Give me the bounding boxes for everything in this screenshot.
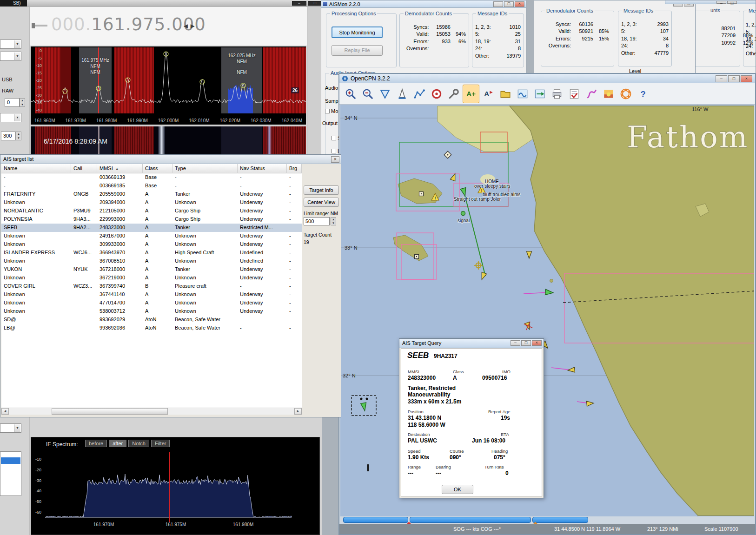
slider-handle-icon[interactable] [32, 23, 35, 28]
table-row[interactable]: Unknown367008510AUnknownUndefined- [1, 257, 302, 265]
tune-slider[interactable] [32, 25, 47, 26]
spinner-arrows-icon[interactable] [331, 217, 336, 225]
minimize-icon[interactable] [511, 340, 520, 346]
maximize-icon[interactable] [521, 340, 531, 346]
toolbox-icon[interactable] [445, 85, 462, 103]
selection-box[interactable] [351, 396, 376, 416]
spectrum-display[interactable]: 161.975 MHz NFM NFM 162.025 MHz NFM NFM … [31, 46, 306, 125]
column-header-call[interactable]: Call [71, 164, 97, 173]
route-manager-icon[interactable] [566, 85, 583, 103]
table-row[interactable]: -003669139Base--- [1, 173, 302, 182]
checkbox[interactable] [332, 149, 336, 153]
ais-target-icon[interactable] [479, 272, 486, 281]
zoom-in-icon[interactable] [342, 85, 359, 103]
ais-target-cross-icon[interactable] [474, 261, 483, 270]
maximize-icon[interactable] [504, 1, 514, 7]
table-row[interactable]: SEEB9HA2...248323000ATankerRestricted M.… [1, 224, 302, 232]
notch-button[interactable]: Notch [128, 440, 149, 447]
maximize-icon[interactable] [727, 1, 737, 4]
table-row[interactable]: Unknown477014700AUnknownUnderway- [1, 299, 302, 307]
waypoint-label[interactable]: signal [458, 218, 470, 223]
column-header-nav-status[interactable]: Nav Status [238, 164, 287, 173]
scroll-left-icon[interactable] [1, 408, 9, 415]
waterfall-display[interactable]: 6/17/2016 8:28:09 AM [31, 126, 306, 156]
table-row[interactable]: POLYNESIA9HA3...229993000ACargo ShipUnde… [1, 215, 302, 224]
bandwidth-combo[interactable] [0, 113, 21, 122]
ais-target-selected-icon[interactable] [460, 188, 468, 197]
preset-list[interactable] [0, 451, 21, 496]
table-row[interactable]: YUKONNYUK367218000ATankerUnderway- [1, 265, 302, 274]
ais-target-lost-icon[interactable] [524, 322, 532, 330]
close-icon[interactable] [331, 156, 339, 163]
table-row[interactable]: Unknown209394000AUnknownUnderway- [1, 198, 302, 207]
waypoint-dot-icon[interactable] [461, 211, 465, 216]
table-row[interactable]: SD@993692029AtoNBeacon, Safe Water-- [1, 316, 302, 324]
column-header-mmsi[interactable]: MMSI [97, 164, 143, 173]
replay-file-button[interactable]: Replay File [332, 45, 383, 56]
chart-piano-key[interactable] [343, 517, 408, 523]
aton-diamond-icon[interactable] [444, 151, 451, 159]
column-header-name[interactable]: Name [1, 164, 71, 173]
follow-ship-icon[interactable] [394, 85, 411, 103]
table-row[interactable]: ISLANDER EXPRESSWCJ6...366943970AHigh Sp… [1, 249, 302, 257]
table-row[interactable]: FRATERNITYONGB205559000ATankerUnderway- [1, 190, 302, 198]
table-row[interactable]: NORDATLANTICP3MU9212105000ACargo ShipUnd… [1, 207, 302, 215]
selected-list-item[interactable] [1, 457, 20, 464]
chart-folder-icon[interactable] [497, 85, 514, 103]
track-icon[interactable] [583, 85, 600, 103]
currents-icon[interactable] [531, 85, 548, 103]
spinner-arrows-icon[interactable] [20, 98, 25, 107]
table-row[interactable]: COVER GIRLWCZ3...367399740BPleasure craf… [1, 282, 302, 291]
bottom-combo[interactable] [0, 423, 21, 433]
minimize-icon[interactable] [716, 1, 726, 4]
ais-target-icon[interactable] [568, 367, 575, 373]
close-icon[interactable] [741, 75, 752, 82]
chart-piano-key[interactable] [532, 517, 588, 523]
device-combo[interactable] [0, 40, 21, 49]
color-scheme-icon[interactable] [600, 85, 617, 103]
table-row[interactable]: Unknown249167000AUnknownUnderway- [1, 232, 302, 240]
table-row[interactable]: Unknown367441140AUnknownUnderway- [1, 291, 302, 299]
tides-icon[interactable] [514, 85, 531, 103]
ais-target-icon[interactable] [587, 401, 594, 406]
ais-target-icon[interactable] [545, 289, 554, 295]
limit-range-input[interactable] [304, 217, 330, 225]
close-icon[interactable] [532, 340, 542, 346]
column-header-class[interactable]: Class [143, 164, 172, 173]
gain-stepper[interactable]: 0 [5, 98, 20, 107]
table-row[interactable]: Unknown367219000AUnknownUnderway- [1, 274, 302, 282]
checkbox[interactable] [332, 136, 336, 140]
mode-combo[interactable] [0, 52, 21, 61]
minimize-icon[interactable] [292, 1, 306, 6]
scale-down-icon[interactable] [377, 85, 393, 103]
aton-square-icon[interactable] [419, 192, 424, 196]
stop-monitoring-button[interactable]: Stop Monitoring [332, 26, 383, 38]
enc-text-icon[interactable]: A+ [463, 85, 479, 103]
table-row[interactable]: LB@993692036AtoNBeacon, Safe Water-- [1, 324, 302, 332]
checkbox[interactable] [325, 109, 330, 113]
column-header-brg[interactable]: Brg [287, 164, 302, 173]
scroll-right-icon[interactable] [294, 408, 302, 415]
table-row[interactable]: Unknown309933000AUnknownUnderway- [1, 240, 302, 249]
zoom-out-icon[interactable] [359, 85, 376, 103]
filter-button[interactable]: Filter [151, 440, 170, 447]
chart-piano-key[interactable] [410, 517, 531, 523]
ais-rollover-icon[interactable]: A [480, 85, 497, 103]
target-info-button[interactable]: Target info [304, 185, 339, 195]
after-button[interactable]: after [109, 440, 126, 447]
print-icon[interactable] [549, 85, 565, 103]
close-icon[interactable] [515, 1, 524, 7]
table-row[interactable]: Unknown538003712AUnknownUnderway- [1, 307, 302, 316]
aton-square-icon[interactable] [415, 255, 419, 259]
waypoint-label[interactable]: over sleepy stairs [474, 184, 511, 189]
minimize-icon[interactable] [493, 1, 503, 7]
center-view-button[interactable]: Center View [304, 198, 339, 207]
step-stepper[interactable]: 300 [1, 132, 16, 140]
table-row[interactable]: -003669185Base--- [1, 182, 302, 190]
route-create-icon[interactable] [411, 85, 428, 103]
maximize-icon[interactable] [308, 1, 322, 6]
column-header-type[interactable]: Type [172, 164, 238, 173]
minimize-icon[interactable] [716, 75, 727, 82]
about-icon[interactable]: ? [635, 85, 651, 103]
before-button[interactable]: before [85, 440, 107, 447]
